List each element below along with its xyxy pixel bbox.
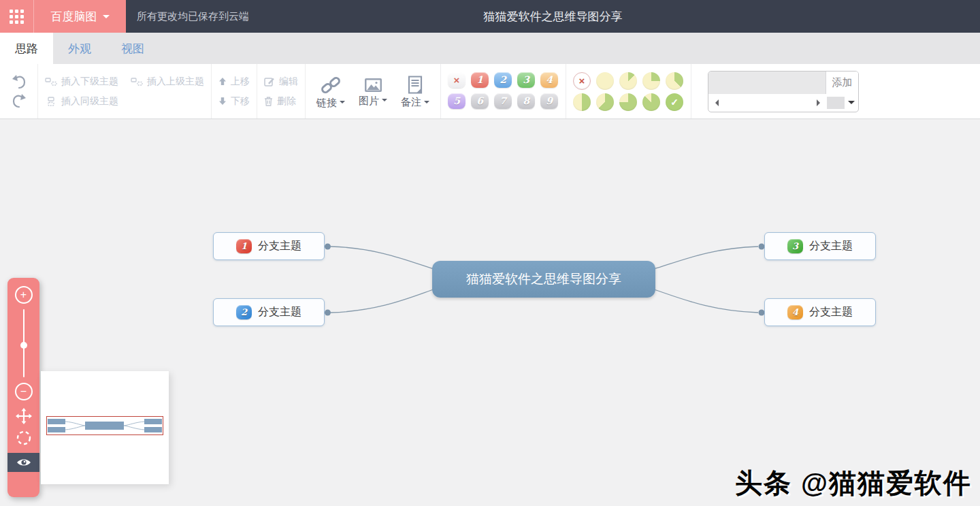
insert-parent-button[interactable]: 插入上级主题	[131, 76, 204, 88]
priority-1-button[interactable]: 1	[471, 72, 489, 88]
topbar: 百度脑图 所有更改均已保存到云端 猫猫爱软件之思维导图分享	[0, 0, 980, 33]
child-topic-icon	[45, 77, 57, 86]
insert-sibling-button[interactable]: 插入同级主题	[45, 95, 118, 108]
redo-icon	[10, 92, 28, 110]
branch-topic-1[interactable]: 1 分支主题	[213, 232, 325, 260]
tab-appearance[interactable]: 外观	[53, 33, 106, 64]
priority-remove-button[interactable]: ×	[448, 72, 466, 88]
arrange-group: 上移 下移	[212, 64, 257, 118]
branch-topic-3[interactable]: 3 分支主题	[764, 232, 876, 260]
sibling-topic-icon	[45, 97, 57, 106]
topbar-rest: 所有更改均已保存到云端 猫猫爱软件之思维导图分享	[126, 0, 980, 33]
tag-group: 添加	[691, 64, 867, 118]
progress-group: × ✓	[566, 64, 691, 118]
root-topic-node[interactable]: 猫猫爱软件之思维导图分享	[432, 261, 655, 298]
move-down-button[interactable]: 下移	[218, 95, 250, 108]
progress-0-button[interactable]	[596, 72, 614, 90]
priority-6-button[interactable]: 6	[471, 93, 489, 109]
tabbar: 思路 外观 视图	[0, 33, 980, 64]
eye-icon	[16, 457, 32, 468]
app-title: 百度脑图	[51, 9, 97, 25]
progress-5of8-button[interactable]	[596, 93, 614, 111]
mindmap-canvas[interactable]: 猫猫爱软件之思维导图分享 1 分支主题 2 分支主题 3 分支主题 4 分支主题…	[0, 119, 980, 506]
app-window: 百度脑图 所有更改均已保存到云端 猫猫爱软件之思维导图分享 思路 外观 视图	[0, 0, 980, 506]
branch-topic-2[interactable]: 2 分支主题	[213, 298, 325, 326]
undo-icon	[10, 73, 28, 91]
app-menu-button[interactable]: 百度脑图	[34, 0, 126, 33]
zoom-in-button[interactable]: +	[15, 286, 33, 304]
tab-idea[interactable]: 思路	[0, 33, 53, 64]
scrollbar-thumb[interactable]	[827, 97, 845, 109]
image-icon	[364, 78, 382, 93]
tag-scrollbar[interactable]	[708, 94, 858, 112]
priority-badge: 2	[236, 305, 252, 319]
delete-button[interactable]: 删除	[264, 95, 296, 108]
tag-add-button[interactable]: 添加	[826, 72, 858, 94]
watermark: 头条 @猫猫爱软件	[735, 464, 972, 502]
zoom-out-button[interactable]: −	[15, 383, 33, 400]
camera-view-button[interactable]	[16, 457, 32, 468]
branch-label: 分支主题	[258, 239, 301, 253]
priority-5-button[interactable]: 5	[448, 93, 466, 109]
redo-button[interactable]	[10, 92, 28, 110]
locate-center-button[interactable]	[15, 429, 33, 447]
edit-button[interactable]: 编辑	[264, 76, 298, 88]
caret-down-icon	[340, 101, 345, 106]
priority-4-button[interactable]: 4	[540, 72, 558, 88]
progress-2of8-button[interactable]	[642, 72, 660, 90]
priority-2-button[interactable]: 2	[494, 72, 512, 88]
toolbar: 插入下级主题 插入上级主题 插入同级主题 上移	[0, 64, 980, 119]
zoom-panel: + −	[7, 278, 39, 497]
branch-topic-4[interactable]: 4 分支主题	[764, 298, 876, 326]
minimap-viewport[interactable]	[46, 416, 163, 435]
link-button[interactable]: 链接	[316, 76, 345, 108]
progress-1of8-button[interactable]	[619, 72, 637, 90]
progress-remove-button[interactable]: ×	[573, 72, 591, 90]
document-title: 猫猫爱软件之思维导图分享	[484, 9, 623, 25]
crosshair-icon	[15, 429, 33, 447]
priority-badge: 1	[236, 239, 252, 253]
tag-dropdown-icon[interactable]	[848, 101, 855, 108]
edit-pencil-icon	[264, 76, 275, 86]
move-up-button[interactable]: 上移	[218, 76, 250, 88]
link-chain-icon	[321, 76, 341, 95]
brand-area: 百度脑图	[0, 0, 126, 33]
priority-group: × 1 2 3 4 5 6 7 8 9	[441, 64, 566, 118]
tab-view[interactable]: 视图	[106, 33, 159, 64]
priority-7-button[interactable]: 7	[494, 93, 512, 109]
insert-group: 插入下级主题 插入上级主题 插入同级主题	[38, 64, 212, 118]
priority-badge: 4	[787, 305, 803, 319]
pan-arrows-icon	[15, 407, 33, 425]
progress-3of8-button[interactable]	[666, 72, 683, 90]
caret-down-icon	[103, 15, 110, 22]
progress-done-button[interactable]: ✓	[666, 93, 683, 111]
priority-9-button[interactable]: 9	[540, 93, 558, 109]
minimap-panel[interactable]	[41, 371, 169, 484]
attach-group: 链接 图片 备注	[306, 64, 441, 118]
priority-8-button[interactable]: 8	[517, 93, 535, 109]
zoom-slider-knob[interactable]	[20, 342, 27, 349]
progress-4of8-button[interactable]	[573, 93, 591, 111]
scroll-right-icon[interactable]	[817, 99, 823, 106]
note-button[interactable]: 备注	[401, 76, 429, 107]
branch-label: 分支主题	[809, 239, 853, 253]
arrow-up-icon	[218, 77, 227, 86]
progress-7of8-button[interactable]	[642, 93, 660, 111]
parent-topic-icon	[131, 77, 143, 86]
grid-icon	[10, 10, 24, 24]
minimap-content	[47, 417, 163, 434]
tag-widget: 添加	[708, 71, 859, 112]
priority-badge: 3	[787, 239, 803, 253]
insert-child-button[interactable]: 插入下级主题	[45, 76, 118, 88]
image-button[interactable]: 图片	[359, 78, 387, 106]
priority-3-button[interactable]: 3	[517, 72, 535, 88]
zoom-slider[interactable]	[17, 309, 31, 377]
pan-mode-button[interactable]	[15, 407, 33, 425]
undo-button[interactable]	[10, 73, 28, 91]
apps-grid-button[interactable]	[0, 0, 34, 33]
scroll-left-icon[interactable]	[712, 99, 719, 106]
caret-down-icon	[382, 99, 387, 104]
progress-6of8-button[interactable]	[619, 93, 637, 111]
tag-input[interactable]	[708, 72, 826, 94]
branch-label: 分支主题	[809, 305, 853, 319]
